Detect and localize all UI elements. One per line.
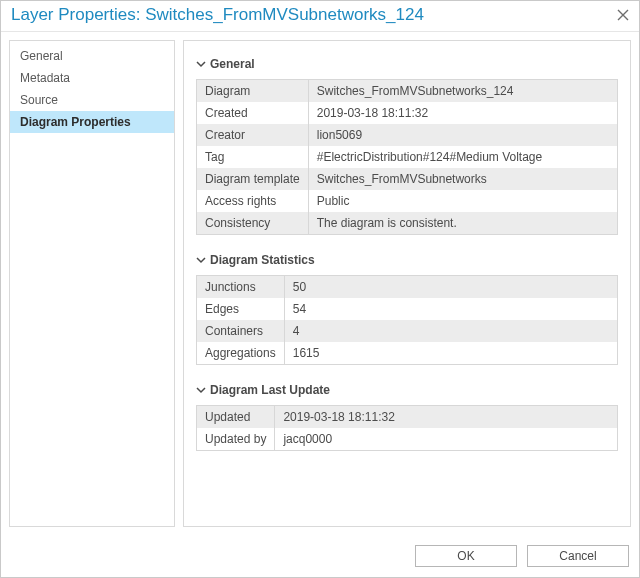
dialog-footer: OK Cancel — [1, 535, 639, 577]
table-row: Edges54 — [197, 298, 618, 320]
table-row: Junctions50 — [197, 276, 618, 299]
chevron-down-icon — [196, 59, 206, 69]
table-row: DiagramSwitches_FromMVSubnetworks_124 — [197, 80, 618, 103]
chevron-down-icon — [196, 385, 206, 395]
table-row: Updated2019-03-18 18:11:32 — [197, 406, 618, 429]
section-statistics: Diagram Statistics Junctions50 Edges54 C… — [196, 253, 618, 365]
table-statistics: Junctions50 Edges54 Containers4 Aggregat… — [196, 275, 618, 365]
table-last-update: Updated2019-03-18 18:11:32 Updated byjac… — [196, 405, 618, 451]
table-row: Creatorlion5069 — [197, 124, 618, 146]
section-header-last-update[interactable]: Diagram Last Update — [196, 383, 618, 397]
table-row: Tag#ElectricDistribution#124#Medium Volt… — [197, 146, 618, 168]
table-row: ConsistencyThe diagram is consistent. — [197, 212, 618, 235]
table-row: Aggregations1615 — [197, 342, 618, 365]
section-header-statistics[interactable]: Diagram Statistics — [196, 253, 618, 267]
layer-properties-dialog: Layer Properties: Switches_FromMVSubnetw… — [0, 0, 640, 578]
nav-item-diagram-properties[interactable]: Diagram Properties — [10, 111, 174, 133]
table-row: Containers4 — [197, 320, 618, 342]
section-title: Diagram Last Update — [210, 383, 330, 397]
close-icon[interactable] — [617, 9, 629, 21]
nav-item-general[interactable]: General — [10, 45, 174, 67]
titlebar: Layer Properties: Switches_FromMVSubnetw… — [1, 1, 639, 32]
ok-button[interactable]: OK — [415, 545, 517, 567]
dialog-title: Layer Properties: Switches_FromMVSubnetw… — [11, 5, 424, 25]
section-title: General — [210, 57, 255, 71]
section-general: General DiagramSwitches_FromMVSubnetwork… — [196, 57, 618, 235]
properties-panel: General DiagramSwitches_FromMVSubnetwork… — [183, 40, 631, 527]
table-row: Diagram templateSwitches_FromMVSubnetwor… — [197, 168, 618, 190]
chevron-down-icon — [196, 255, 206, 265]
section-title: Diagram Statistics — [210, 253, 315, 267]
category-list: General Metadata Source Diagram Properti… — [9, 40, 175, 527]
table-general: DiagramSwitches_FromMVSubnetworks_124 Cr… — [196, 79, 618, 235]
table-row: Created2019-03-18 18:11:32 — [197, 102, 618, 124]
nav-item-metadata[interactable]: Metadata — [10, 67, 174, 89]
section-last-update: Diagram Last Update Updated2019-03-18 18… — [196, 383, 618, 451]
nav-item-source[interactable]: Source — [10, 89, 174, 111]
cancel-button[interactable]: Cancel — [527, 545, 629, 567]
section-header-general[interactable]: General — [196, 57, 618, 71]
table-row: Updated byjacq0000 — [197, 428, 618, 451]
table-row: Access rightsPublic — [197, 190, 618, 212]
